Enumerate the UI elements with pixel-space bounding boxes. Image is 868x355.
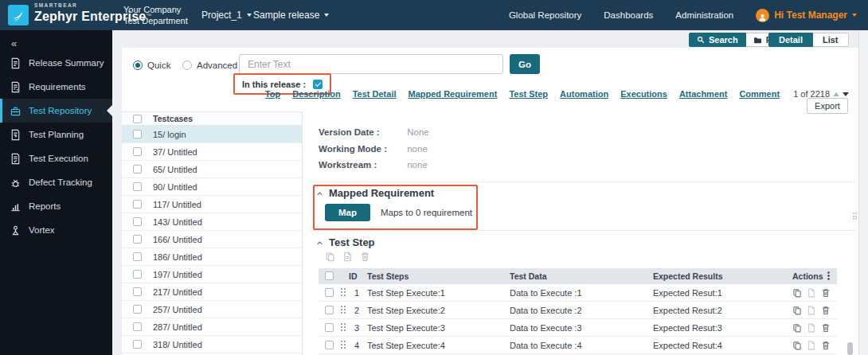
row-checkbox[interactable] bbox=[133, 235, 142, 244]
drag-handle-icon[interactable] bbox=[341, 288, 346, 296]
attach-step-icon[interactable] bbox=[807, 306, 816, 315]
sidebar-collapse-button[interactable]: « bbox=[0, 30, 24, 49]
delete-step-icon[interactable] bbox=[821, 341, 831, 350]
in-this-release-checkbox[interactable] bbox=[313, 80, 323, 89]
quick-radio[interactable]: Quick bbox=[133, 60, 170, 70]
testcase-row[interactable]: 117/ Untitled bbox=[122, 196, 302, 213]
testcase-row[interactable]: 197/ Untitled bbox=[122, 266, 302, 283]
list-tab[interactable]: List bbox=[813, 33, 849, 47]
copy-steps-icon[interactable] bbox=[325, 252, 335, 262]
copy-step-icon[interactable] bbox=[792, 323, 802, 333]
export-button[interactable]: Export bbox=[807, 98, 848, 114]
link-top[interactable]: Top bbox=[265, 89, 280, 99]
row-checkbox[interactable] bbox=[133, 147, 142, 156]
row-checkbox[interactable] bbox=[133, 305, 142, 314]
sidebar-item-test-execution[interactable]: Test Execution bbox=[0, 146, 112, 170]
delete-step-icon[interactable] bbox=[821, 306, 831, 315]
nav-administration[interactable]: Administration bbox=[675, 10, 733, 20]
advanced-radio[interactable]: Advanced bbox=[182, 60, 237, 70]
sidebar-item-test-repository[interactable]: Test Repository bbox=[0, 99, 112, 123]
select-all-checkbox[interactable] bbox=[133, 115, 142, 123]
user-menu[interactable]: Hi Test Manager bbox=[756, 9, 857, 22]
row-checkbox[interactable] bbox=[133, 322, 142, 331]
link-comment[interactable]: Comment bbox=[739, 89, 780, 99]
sidebar-item-defect-tracking[interactable]: Defect Tracking bbox=[0, 170, 112, 194]
sidebar-item-reports[interactable]: Reports bbox=[0, 194, 112, 218]
drag-handle-icon[interactable] bbox=[341, 341, 346, 349]
sidebar-item-label: Test Execution bbox=[29, 154, 88, 163]
link-test-detail[interactable]: Test Detail bbox=[353, 89, 397, 99]
test-step-row[interactable]: 1 Test Step Execute:1 Data to Execute :1… bbox=[319, 284, 837, 302]
testcase-row[interactable]: 287/ Untitled bbox=[122, 318, 302, 336]
row-checkbox[interactable] bbox=[133, 252, 142, 261]
row-checkbox[interactable] bbox=[133, 165, 142, 174]
release-dropdown[interactable]: Sample release bbox=[253, 0, 329, 30]
row-checkbox[interactable] bbox=[133, 217, 142, 226]
step-checkbox[interactable] bbox=[325, 306, 334, 314]
select-all-steps-checkbox[interactable] bbox=[325, 271, 334, 280]
link-executions[interactable]: Executions bbox=[620, 89, 667, 99]
search-text-input[interactable] bbox=[239, 54, 503, 74]
paste-steps-icon[interactable] bbox=[342, 252, 353, 262]
copy-step-icon[interactable] bbox=[792, 341, 802, 350]
testcase-row[interactable]: 65/ Untitled bbox=[122, 161, 302, 178]
panel-resize-handle[interactable] bbox=[853, 213, 858, 220]
row-checkbox[interactable] bbox=[133, 270, 142, 279]
testcase-row[interactable]: 186/ Untitled bbox=[122, 248, 302, 266]
link-automation[interactable]: Automation bbox=[560, 89, 608, 99]
page-scrollbar[interactable] bbox=[858, 30, 868, 355]
zephyr-logo[interactable] bbox=[8, 5, 29, 25]
previous-testcase-icon[interactable] bbox=[833, 92, 839, 96]
row-checkbox[interactable] bbox=[133, 287, 142, 296]
sidebar-item-requirements[interactable]: Requirements bbox=[0, 75, 112, 99]
testcase-row[interactable]: 257/ Untitled bbox=[122, 301, 302, 318]
collapse-test-step-icon[interactable] bbox=[316, 240, 323, 247]
step-checkbox[interactable] bbox=[325, 323, 334, 332]
search-button[interactable]: Search bbox=[689, 33, 746, 47]
attach-step-icon[interactable] bbox=[807, 323, 816, 333]
next-testcase-icon[interactable] bbox=[843, 92, 849, 96]
link-mapped-requirement[interactable]: Mapped Requirement bbox=[409, 89, 498, 99]
drag-handle-icon[interactable] bbox=[341, 306, 346, 314]
attach-step-icon[interactable] bbox=[807, 341, 816, 350]
table-options-kebab-icon[interactable] bbox=[823, 271, 834, 281]
testcase-row[interactable]: 318/ Untitled bbox=[122, 336, 302, 353]
sidebar-item-release-summary[interactable]: Release Summary bbox=[0, 51, 112, 75]
test-step-row[interactable]: 3 Test Step Execute:3 Data to Execute :3… bbox=[319, 319, 837, 337]
test-step-row[interactable]: 2 Test Step Execute:2 Data to Execute :2… bbox=[319, 302, 837, 319]
row-checkbox[interactable] bbox=[133, 200, 142, 209]
copy-step-icon[interactable] bbox=[792, 288, 802, 298]
row-checkbox[interactable] bbox=[133, 340, 142, 349]
row-checkbox[interactable] bbox=[133, 182, 142, 191]
copy-step-icon[interactable] bbox=[792, 306, 802, 315]
link-attachment[interactable]: Attachment bbox=[679, 89, 728, 99]
go-button[interactable]: Go bbox=[510, 54, 540, 74]
delete-step-icon[interactable] bbox=[821, 288, 831, 298]
sidebar-item-test-planning[interactable]: Test Planning bbox=[0, 123, 112, 146]
attach-step-icon[interactable] bbox=[807, 288, 816, 298]
map-button[interactable]: Map bbox=[325, 204, 370, 221]
detail-tab[interactable]: Detail bbox=[768, 33, 813, 47]
nav-global-repository[interactable]: Global Repository bbox=[509, 10, 581, 20]
testcase-row[interactable]: 166/ Untitled bbox=[122, 231, 302, 248]
link-test-step[interactable]: Test Step bbox=[509, 89, 548, 99]
testcase-row[interactable]: 217/ Untitled bbox=[122, 283, 302, 301]
delete-step-icon[interactable] bbox=[821, 323, 831, 333]
collapse-mapped-requirement-icon[interactable] bbox=[316, 190, 323, 197]
testcase-row[interactable]: 143/ Untitled bbox=[122, 213, 302, 231]
link-description[interactable]: Description bbox=[292, 89, 341, 99]
row-checkbox[interactable] bbox=[133, 130, 142, 138]
testcase-row[interactable]: 37/ Untitled bbox=[122, 143, 302, 161]
delete-steps-icon[interactable] bbox=[360, 252, 370, 262]
project-dropdown[interactable]: Project_1 bbox=[201, 0, 252, 30]
test-step-row[interactable]: 4 Test Step Execute:4 Data to Execute :4… bbox=[319, 337, 837, 354]
detail-scrollbar-thumb[interactable] bbox=[847, 342, 853, 355]
testcase-row[interactable]: 90/ Untitled bbox=[122, 178, 302, 196]
test-step-toolbar bbox=[325, 252, 370, 262]
nav-dashboards[interactable]: Dashboards bbox=[604, 10, 653, 20]
sidebar-item-vortex[interactable]: Vortex bbox=[0, 218, 112, 242]
testcase-row[interactable]: 15/ login bbox=[122, 126, 302, 143]
drag-handle-icon[interactable] bbox=[341, 323, 346, 331]
step-checkbox[interactable] bbox=[325, 341, 334, 349]
step-checkbox[interactable] bbox=[325, 288, 334, 297]
